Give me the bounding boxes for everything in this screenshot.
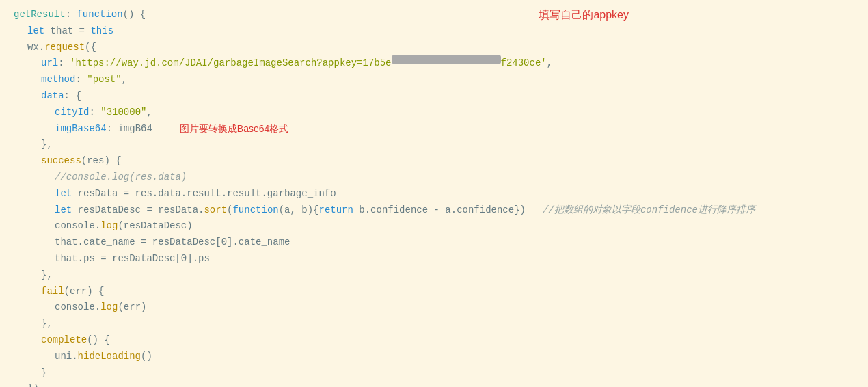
code-token: success (41, 153, 81, 170)
code-token: let (27, 23, 51, 40)
code-token: resData = res.data.result.result.garbage… (78, 186, 336, 202)
code-line: console.log(err) (14, 299, 868, 316)
code-line: wx.request({ (14, 40, 868, 56)
code-token: return (319, 202, 360, 219)
code-token: data (41, 88, 64, 105)
code-token: imgBase64 (55, 121, 107, 137)
code-line: }, (14, 137, 868, 153)
code-token: f2430ce' (501, 55, 547, 72)
code-token: method (41, 72, 75, 88)
code-token: request (44, 40, 85, 56)
code-token: : { (64, 88, 81, 105)
code-token: let (55, 186, 78, 202)
code-token: ({ (85, 40, 96, 56)
code-token: : (58, 55, 70, 72)
code-token: imgB64 (118, 121, 152, 137)
code-line: console.log(resDataDesc) (14, 218, 868, 235)
code-line: cityId: "310000", (14, 105, 868, 121)
code-token: that.ps = resDataDesc[0].ps (55, 251, 210, 267)
code-token: () { (123, 7, 146, 23)
code-line: let that = this (14, 23, 868, 40)
code-token: resDataDesc = resData. (78, 202, 204, 219)
code-token: fail (41, 284, 64, 300)
code-line: }, (14, 316, 868, 332)
code-token: function (232, 202, 278, 219)
code-token: , (122, 72, 127, 88)
code-token: (a, b){ (279, 202, 319, 219)
annotation-base64: 图片要转换成Base64格式 (180, 121, 288, 137)
code-token: that.cate_name = resDataDesc[0].cate_nam… (55, 235, 290, 251)
code-line: imgBase64: imgB64 图片要转换成Base64格式 (14, 121, 868, 137)
code-token: wx. (27, 40, 44, 56)
code-line: url: 'https://way.jd.com/JDAI/garbageIma… (14, 55, 868, 72)
code-line: method: "post", (14, 72, 868, 88)
code-token: : (89, 105, 100, 121)
masked-token: ■■■■■■■■ (392, 55, 501, 64)
code-token: 'https://way.jd.com/JDAI/garbageImageSea… (70, 55, 391, 72)
code-token: (resDataDesc) (118, 218, 192, 235)
code-token: url (41, 55, 58, 72)
code-line: uni.hideLoading() (14, 349, 868, 365)
code-token: (err) { (64, 284, 105, 300)
code-container: 填写自己的appkey getResult: function() { let … (0, 0, 868, 387)
code-token: complete (41, 332, 87, 349)
code-token: (err) (118, 299, 146, 316)
code-line: success(res) { (14, 153, 868, 170)
code-line: that.cate_name = resDataDesc[0].cate_nam… (14, 235, 868, 251)
code-token: b.confidence - a.confidence}) (359, 202, 526, 219)
code-line: getResult: function() { (14, 7, 868, 23)
code-token: }, (41, 137, 53, 153)
code-line: fail(err) { (14, 284, 868, 300)
code-line: //console.log(res.data) (14, 170, 868, 186)
code-token: log (100, 299, 118, 316)
code-token: () { (87, 332, 110, 349)
code-token: uni. (55, 349, 78, 365)
code-token: }) (27, 381, 39, 387)
code-token: cityId (55, 105, 89, 121)
code-token: , (547, 55, 552, 72)
code-token: ( (227, 202, 232, 219)
code-token: hideLoading (78, 349, 141, 365)
code-token: () (141, 349, 152, 365)
code-line: complete() { (14, 332, 868, 349)
code-line: data: { (14, 88, 868, 105)
code-token: : (66, 7, 77, 23)
code-token: getResult (14, 7, 66, 23)
code-token: this (90, 23, 113, 40)
code-line: }, (14, 267, 868, 284)
code-token: //console.log(res.data) (55, 170, 187, 186)
code-token: console. (55, 299, 100, 316)
code-token: : (75, 72, 87, 88)
code-token: }, (41, 267, 53, 284)
code-token: //把数组的对象以字段confidence进行降序排序 (526, 202, 755, 219)
code-line: let resDataDesc = resData.sort(function(… (14, 202, 868, 219)
code-token: : (107, 121, 118, 137)
code-token: log (100, 218, 118, 235)
code-token: }, (41, 316, 53, 332)
code-line: } (14, 365, 868, 382)
code-token: let (55, 202, 78, 219)
code-line: }) (14, 381, 868, 387)
code-token: (res) { (81, 153, 122, 170)
code-token: console. (55, 218, 100, 235)
code-token: sort (204, 202, 227, 219)
code-token: , (146, 105, 152, 121)
code-token: function (77, 7, 122, 23)
code-token: "post" (87, 72, 121, 88)
code-token: that = (51, 23, 91, 40)
code-line: let resData = res.data.result.result.gar… (14, 186, 868, 202)
code-token: "310000" (100, 105, 146, 121)
code-line: that.ps = resDataDesc[0].ps (14, 251, 868, 267)
code-token: } (41, 365, 46, 382)
